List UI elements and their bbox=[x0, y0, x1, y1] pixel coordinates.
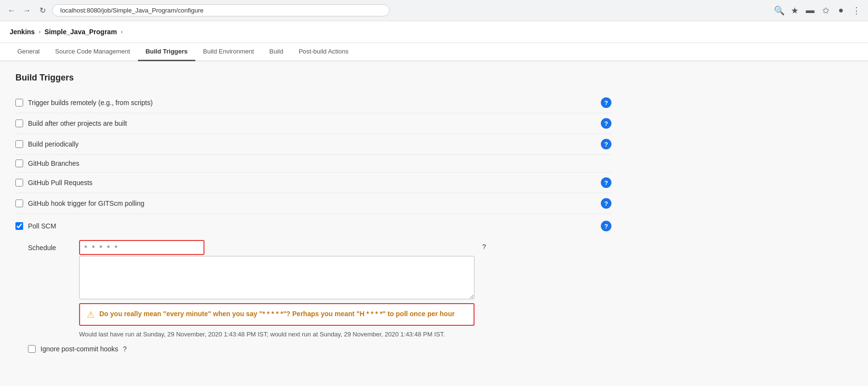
trigger-checkbox-github-branches[interactable] bbox=[15, 160, 23, 167]
reload-button[interactable]: ↻ bbox=[37, 5, 48, 16]
back-button[interactable]: ← bbox=[6, 5, 17, 16]
main-content: General Source Code Management Build Tri… bbox=[0, 43, 868, 386]
trigger-label-after-other: Build after other projects are built bbox=[28, 120, 127, 127]
breadcrumb-sep-2: › bbox=[121, 28, 122, 35]
ignore-hooks-label: Ignore post-commit hooks bbox=[41, 345, 118, 353]
help-icon-schedule[interactable]: ? bbox=[482, 243, 486, 251]
trigger-label-github-branches: GitHub Branches bbox=[28, 160, 80, 167]
schedule-label: Schedule bbox=[28, 240, 71, 252]
trigger-checkbox-periodically[interactable] bbox=[15, 140, 23, 148]
tab-build-environment[interactable]: Build Environment bbox=[195, 43, 262, 61]
favorites-icon[interactable]: ✩ bbox=[820, 5, 831, 16]
trigger-label-remote: Trigger builds remotely (e.g., from scri… bbox=[28, 99, 153, 107]
breadcrumb-project[interactable]: Simple_Java_Program bbox=[44, 28, 117, 36]
tab-post-build[interactable]: Post-build Actions bbox=[291, 43, 356, 61]
trigger-row-remote: Trigger builds remotely (e.g., from scri… bbox=[15, 93, 611, 113]
forward-button[interactable]: → bbox=[21, 5, 33, 16]
menu-icon[interactable]: ⋮ bbox=[851, 5, 862, 16]
content-area: Build Triggers Trigger builds remotely (… bbox=[0, 61, 627, 368]
section-title: Build Triggers bbox=[15, 73, 611, 83]
trigger-label-periodically: Build periodically bbox=[28, 140, 79, 148]
warning-message: Do you really mean "every minute" when y… bbox=[99, 309, 455, 319]
tab-source-code[interactable]: Source Code Management bbox=[47, 43, 137, 61]
help-icon-poll-scm[interactable]: ? bbox=[601, 221, 611, 231]
schedule-right: ⚠ Do you really mean "every minute" when… bbox=[79, 240, 475, 339]
address-bar[interactable]: localhost:8080/job/Simple_Java_Program/c… bbox=[52, 4, 390, 16]
search-icon[interactable]: 🔍 bbox=[773, 5, 785, 16]
tab-build-triggers[interactable]: Build Triggers bbox=[138, 43, 195, 61]
run-info: Would last have run at Sunday, 29 Novemb… bbox=[79, 330, 475, 339]
tab-general[interactable]: General bbox=[10, 43, 47, 61]
extensions-icon[interactable]: ▬ bbox=[804, 5, 816, 16]
browser-chrome: ← → ↻ localhost:8080/job/Simple_Java_Pro… bbox=[0, 0, 868, 21]
trigger-row-github-pull: GitHub Pull Requests ? bbox=[15, 173, 611, 193]
profile-icon[interactable]: ● bbox=[835, 5, 847, 16]
trigger-checkbox-github-pull[interactable] bbox=[15, 179, 23, 187]
warning-triangle-icon: ⚠ bbox=[87, 309, 95, 320]
warning-box: ⚠ Do you really mean "every minute" when… bbox=[79, 303, 475, 326]
bookmark-icon[interactable]: ★ bbox=[789, 5, 800, 16]
help-icon-github-pull[interactable]: ? bbox=[601, 177, 611, 188]
trigger-row-poll-scm: Poll SCM ? bbox=[15, 216, 611, 236]
breadcrumb-sep-1: › bbox=[39, 28, 41, 35]
help-icon-after-other[interactable]: ? bbox=[601, 118, 611, 129]
trigger-checkbox-after-other[interactable] bbox=[15, 120, 23, 127]
tabs-bar: General Source Code Management Build Tri… bbox=[0, 43, 868, 61]
trigger-checkbox-github-hook[interactable] bbox=[15, 200, 23, 207]
trigger-checkbox-remote[interactable] bbox=[15, 99, 23, 107]
help-icon-ignore-hooks[interactable]: ? bbox=[123, 345, 127, 353]
ignore-hooks-row: Ignore post-commit hooks ? bbox=[15, 339, 611, 357]
trigger-row-github-branches: GitHub Branches bbox=[15, 155, 611, 172]
schedule-row: Schedule ⚠ Do you really mean "every min… bbox=[15, 240, 611, 339]
trigger-row-after-other: Build after other projects are built ? bbox=[15, 113, 611, 133]
breadcrumb-jenkins[interactable]: Jenkins bbox=[10, 28, 35, 36]
help-icon-remote[interactable]: ? bbox=[601, 97, 611, 108]
help-icon-periodically[interactable]: ? bbox=[601, 139, 611, 149]
tab-build[interactable]: Build bbox=[262, 43, 291, 61]
poll-scm-section: Poll SCM ? Schedule ⚠ Do you really mean… bbox=[15, 216, 611, 357]
trigger-row-github-hook: GitHub hook trigger for GITScm polling ? bbox=[15, 193, 611, 214]
help-icon-github-hook[interactable]: ? bbox=[601, 198, 611, 209]
trigger-label-poll-scm: Poll SCM bbox=[28, 222, 56, 230]
trigger-label-github-hook: GitHub hook trigger for GITScm polling bbox=[28, 200, 144, 207]
trigger-checkbox-poll-scm[interactable] bbox=[15, 222, 23, 230]
trigger-label-github-pull: GitHub Pull Requests bbox=[28, 179, 93, 187]
breadcrumb: Jenkins › Simple_Java_Program › bbox=[0, 21, 868, 43]
schedule-input-wrapper bbox=[79, 240, 475, 299]
trigger-row-periodically: Build periodically ? bbox=[15, 134, 611, 154]
ignore-hooks-checkbox[interactable] bbox=[28, 345, 36, 353]
schedule-textarea[interactable] bbox=[79, 256, 475, 299]
schedule-input[interactable] bbox=[79, 240, 204, 255]
